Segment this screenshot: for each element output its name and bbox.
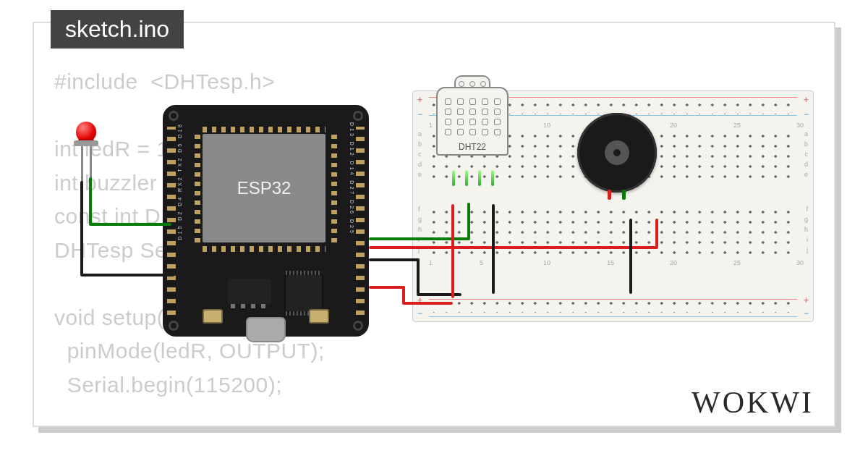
wire-black	[492, 204, 495, 294]
wire-green	[89, 223, 171, 226]
led-rim	[74, 140, 98, 146]
led-component	[76, 122, 96, 142]
mcu-chip-icon	[286, 275, 322, 311]
wire-green	[89, 177, 92, 224]
wire-black	[417, 293, 461, 296]
buzzer-component	[577, 113, 657, 193]
dht22-sensor: DHT22	[436, 87, 509, 170]
wire-red	[402, 302, 453, 305]
brand-logo: WOKWI	[692, 385, 814, 420]
wire-black	[629, 219, 632, 294]
wire-red	[451, 204, 454, 298]
wire-black	[80, 181, 83, 275]
wire-red	[369, 286, 405, 289]
wire-red	[402, 286, 405, 303]
wire-black	[80, 274, 174, 276]
wire-green	[467, 203, 470, 239]
dht22-label: DHT22	[438, 142, 507, 152]
file-tab[interactable]: sketch.ino	[51, 10, 184, 48]
regulator-icon	[228, 279, 271, 304]
wire-green	[369, 237, 470, 240]
wire-black	[369, 258, 420, 261]
wire-black	[417, 258, 420, 295]
wire-red	[655, 219, 658, 248]
reset-button[interactable]	[309, 309, 329, 324]
led-lead	[90, 146, 92, 179]
esp32-board: ESP32 D15 D2 D4 RX2 TX2 D5 D18 D13 D12 D…	[163, 105, 369, 337]
led-lead	[81, 146, 83, 182]
usb-port-icon	[246, 317, 286, 342]
esp32-shield: ESP32	[203, 134, 326, 242]
boot-button[interactable]	[203, 309, 223, 324]
wire-red	[369, 246, 658, 249]
